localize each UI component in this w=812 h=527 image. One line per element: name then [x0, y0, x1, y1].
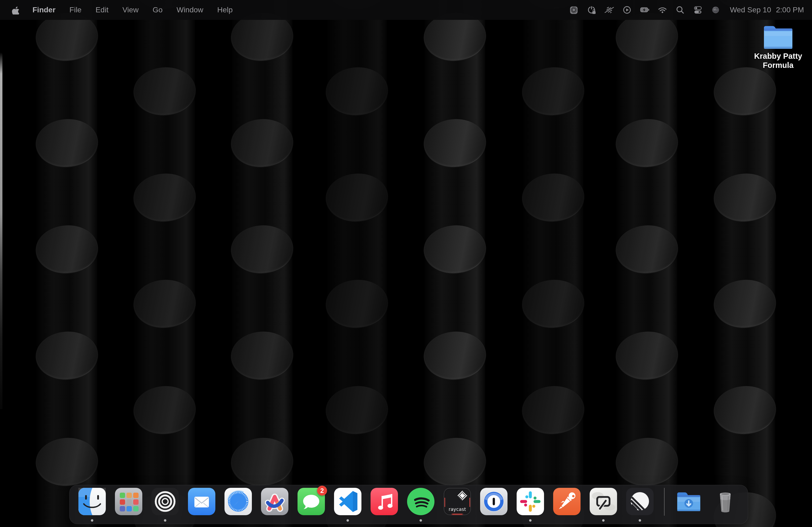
- wallpaper-column: [231, 0, 293, 527]
- wallpaper-column: [36, 0, 98, 527]
- menu-item-help[interactable]: Help: [210, 6, 240, 14]
- dock-icon-concentric-rings-app[interactable]: [151, 488, 179, 515]
- dock-icon-downloads-folder[interactable]: [675, 488, 702, 515]
- wallpaper-column: [133, 0, 196, 527]
- siri-sphere-icon[interactable]: [707, 5, 724, 15]
- menu-bar-left: FinderFileEditViewGoWindowHelp: [10, 0, 240, 20]
- status-icons: [565, 5, 724, 15]
- wallpaper-column: [616, 0, 678, 527]
- desktop-wallpaper: [0, 0, 812, 527]
- linear-like-app-icon: [626, 488, 654, 515]
- dock-icon-arc-browser[interactable]: [261, 488, 288, 515]
- dock-icon-launchpad[interactable]: [115, 488, 142, 515]
- mail-icon: [188, 488, 215, 515]
- wallpaper-column: [326, 0, 388, 527]
- running-indicator-dot: [164, 519, 166, 522]
- svg-text:raycast: raycast: [449, 507, 466, 512]
- menu-item-view[interactable]: View: [115, 6, 146, 14]
- clock-date: Wed Sep 10: [730, 6, 771, 14]
- trash-icon: [712, 488, 739, 515]
- battery-charging-icon[interactable]: [636, 5, 654, 15]
- spotlight-search-icon[interactable]: [671, 5, 689, 15]
- raycast-icon: raycast: [444, 488, 471, 515]
- menu-item-finder[interactable]: Finder: [26, 6, 62, 14]
- menu-item-window[interactable]: Window: [170, 6, 210, 14]
- arc-browser-icon: [261, 488, 288, 515]
- dock-icon-zed-like-app[interactable]: [590, 488, 617, 515]
- running-indicator-dot: [602, 519, 605, 522]
- menu-item-edit[interactable]: Edit: [89, 6, 115, 14]
- wallpaper-column: [424, 0, 486, 527]
- running-indicator-dot: [420, 519, 422, 522]
- dock-icon-vscode[interactable]: [334, 488, 361, 515]
- dock-icon-trash[interactable]: [712, 488, 739, 515]
- dock-icon-mail[interactable]: [188, 488, 215, 515]
- wallpaper-column: [522, 0, 584, 527]
- menu-items: FinderFileEditViewGoWindowHelp: [26, 0, 240, 20]
- dock-icon-slack[interactable]: [517, 488, 544, 515]
- safari-icon: [224, 488, 252, 515]
- dock-icon-one-password[interactable]: [480, 488, 508, 515]
- dock-icon-postman[interactable]: [553, 488, 581, 515]
- running-indicator-dot: [529, 519, 532, 522]
- running-indicator-dot: [347, 519, 349, 522]
- finder-icon: [78, 488, 106, 515]
- now-playing-icon[interactable]: [618, 5, 636, 15]
- menu-bar-status: Wed Sep 10 2:00 PM: [565, 5, 804, 15]
- menu-bar: FinderFileEditViewGoWindowHelp Wed Sep 1…: [0, 0, 812, 20]
- dock-icon-linear-like-app[interactable]: [626, 488, 654, 515]
- notification-badge: 2: [317, 486, 327, 496]
- wallpaper-edge-highlight: [0, 52, 2, 409]
- running-indicator-dot: [639, 519, 641, 522]
- folder-label: Krabby Patty Formula: [753, 51, 804, 70]
- postman-icon: [553, 488, 581, 515]
- downloads-folder-icon: [675, 488, 702, 515]
- concentric-rings-app-icon: [151, 488, 179, 515]
- dock-icon-messages[interactable]: 2: [298, 488, 325, 515]
- wifi-icon[interactable]: [654, 5, 671, 15]
- slack-icon: [517, 488, 544, 515]
- menu-item-file[interactable]: File: [62, 6, 89, 14]
- zed-like-app-icon: [590, 488, 617, 515]
- dock: 2 raycast: [69, 485, 748, 524]
- launchpad-icon: [115, 488, 142, 515]
- apple-music-icon: [371, 488, 398, 515]
- menu-bar-clock[interactable]: Wed Sep 10 2:00 PM: [730, 6, 804, 14]
- dock-divider: [664, 488, 665, 516]
- one-password-icon: [480, 488, 508, 515]
- control-center-icon[interactable]: [689, 5, 707, 15]
- clock-time: 2:00 PM: [776, 6, 804, 14]
- striped-privacy-icon[interactable]: [600, 5, 618, 15]
- apple-menu-icon[interactable]: [10, 6, 26, 15]
- desktop-folder-krabby-patty[interactable]: Krabby Patty Formula: [749, 24, 808, 70]
- dock-icon-apple-music[interactable]: [371, 488, 398, 515]
- menu-item-go[interactable]: Go: [146, 6, 170, 14]
- dock-icon-safari[interactable]: [224, 488, 252, 515]
- dock-icon-raycast[interactable]: raycast: [444, 488, 471, 515]
- wallpaper-column: [714, 0, 776, 527]
- running-indicator-dot: [91, 519, 93, 522]
- sunburst-app-icon[interactable]: [565, 5, 583, 15]
- dock-icon-finder[interactable]: [78, 488, 106, 515]
- power-lock-icon[interactable]: [583, 5, 600, 15]
- vscode-icon: [334, 488, 361, 515]
- dock-icon-spotify[interactable]: [407, 488, 434, 515]
- spotify-icon: [407, 488, 434, 515]
- folder-icon[interactable]: [762, 24, 794, 50]
